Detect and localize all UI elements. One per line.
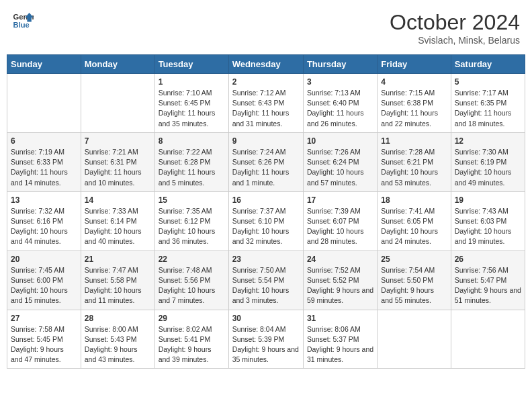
day-cell: 7Sunrise: 7:21 AM Sunset: 6:31 PM Daylig… xyxy=(81,132,154,191)
day-cell: 20Sunrise: 7:45 AM Sunset: 6:00 PM Dayli… xyxy=(7,250,81,310)
day-number: 20 xyxy=(11,255,77,264)
day-cell: 14Sunrise: 7:33 AM Sunset: 6:14 PM Dayli… xyxy=(81,191,154,250)
day-number: 19 xyxy=(455,195,521,205)
logo-icon: General Blue xyxy=(12,10,34,32)
day-info: Sunrise: 7:52 AM Sunset: 5:52 PM Dayligh… xyxy=(307,265,373,306)
day-number: 10 xyxy=(307,136,373,146)
week-row-2: 6Sunrise: 7:19 AM Sunset: 6:33 PM Daylig… xyxy=(7,132,525,191)
day-cell: 1Sunrise: 7:10 AM Sunset: 6:45 PM Daylig… xyxy=(154,74,228,133)
day-number: 31 xyxy=(307,314,373,323)
week-row-1: 1Sunrise: 7:10 AM Sunset: 6:45 PM Daylig… xyxy=(7,74,525,133)
day-number: 9 xyxy=(232,136,300,146)
day-info: Sunrise: 7:35 AM Sunset: 6:12 PM Dayligh… xyxy=(159,206,225,247)
day-cell: 29Sunrise: 8:02 AM Sunset: 5:41 PM Dayli… xyxy=(154,310,228,369)
day-number: 6 xyxy=(11,136,77,146)
day-info: Sunrise: 7:24 AM Sunset: 6:26 PM Dayligh… xyxy=(232,147,300,188)
week-row-3: 13Sunrise: 7:32 AM Sunset: 6:16 PM Dayli… xyxy=(7,191,525,250)
day-number: 18 xyxy=(381,195,447,205)
day-number: 1 xyxy=(159,77,225,87)
day-info: Sunrise: 7:39 AM Sunset: 6:07 PM Dayligh… xyxy=(307,206,373,247)
day-cell xyxy=(81,74,154,133)
day-cell: 18Sunrise: 7:41 AM Sunset: 6:05 PM Dayli… xyxy=(378,191,451,250)
day-info: Sunrise: 7:10 AM Sunset: 6:45 PM Dayligh… xyxy=(159,88,225,129)
week-row-5: 27Sunrise: 7:58 AM Sunset: 5:45 PM Dayli… xyxy=(7,310,525,369)
day-number: 7 xyxy=(85,136,151,146)
day-info: Sunrise: 7:37 AM Sunset: 6:10 PM Dayligh… xyxy=(232,206,300,247)
day-info: Sunrise: 7:30 AM Sunset: 6:19 PM Dayligh… xyxy=(455,147,521,188)
day-info: Sunrise: 7:15 AM Sunset: 6:38 PM Dayligh… xyxy=(381,88,447,129)
day-number: 17 xyxy=(307,195,373,205)
day-cell: 9Sunrise: 7:24 AM Sunset: 6:26 PM Daylig… xyxy=(228,132,303,191)
day-cell: 26Sunrise: 7:56 AM Sunset: 5:47 PM Dayli… xyxy=(451,250,525,310)
day-info: Sunrise: 7:17 AM Sunset: 6:35 PM Dayligh… xyxy=(455,88,521,129)
day-number: 29 xyxy=(159,314,225,323)
day-cell: 4Sunrise: 7:15 AM Sunset: 6:38 PM Daylig… xyxy=(378,74,451,133)
weekday-header-saturday: Saturday xyxy=(451,55,525,74)
day-cell: 8Sunrise: 7:22 AM Sunset: 6:28 PM Daylig… xyxy=(154,132,228,191)
day-info: Sunrise: 7:32 AM Sunset: 6:16 PM Dayligh… xyxy=(11,206,77,247)
day-cell: 19Sunrise: 7:43 AM Sunset: 6:03 PM Dayli… xyxy=(451,191,525,250)
day-cell: 12Sunrise: 7:30 AM Sunset: 6:19 PM Dayli… xyxy=(451,132,525,191)
day-cell: 15Sunrise: 7:35 AM Sunset: 6:12 PM Dayli… xyxy=(154,191,228,250)
day-number: 23 xyxy=(232,255,300,264)
day-number: 16 xyxy=(232,195,300,205)
day-cell: 10Sunrise: 7:26 AM Sunset: 6:24 PM Dayli… xyxy=(303,132,377,191)
day-cell: 24Sunrise: 7:52 AM Sunset: 5:52 PM Dayli… xyxy=(303,250,377,310)
day-number: 22 xyxy=(159,255,225,264)
day-cell: 25Sunrise: 7:54 AM Sunset: 5:50 PM Dayli… xyxy=(378,250,451,310)
day-number: 14 xyxy=(85,195,151,205)
day-number: 24 xyxy=(307,255,373,264)
weekday-header-wednesday: Wednesday xyxy=(228,55,303,74)
day-cell: 21Sunrise: 7:47 AM Sunset: 5:58 PM Dayli… xyxy=(81,250,154,310)
day-number: 28 xyxy=(85,314,151,323)
day-info: Sunrise: 7:48 AM Sunset: 5:56 PM Dayligh… xyxy=(159,265,225,306)
day-info: Sunrise: 7:13 AM Sunset: 6:40 PM Dayligh… xyxy=(307,88,373,129)
day-cell xyxy=(7,74,81,133)
svg-text:Blue: Blue xyxy=(13,21,30,29)
day-cell: 30Sunrise: 8:04 AM Sunset: 5:39 PM Dayli… xyxy=(228,310,303,369)
month-title: October 2024 xyxy=(390,10,520,35)
day-number: 5 xyxy=(455,77,521,87)
day-cell: 27Sunrise: 7:58 AM Sunset: 5:45 PM Dayli… xyxy=(7,310,81,369)
weekday-header-sunday: Sunday xyxy=(7,55,81,74)
day-cell xyxy=(451,310,525,369)
day-info: Sunrise: 7:26 AM Sunset: 6:24 PM Dayligh… xyxy=(307,147,373,188)
day-number: 3 xyxy=(307,77,373,87)
day-info: Sunrise: 7:43 AM Sunset: 6:03 PM Dayligh… xyxy=(455,206,521,247)
day-cell: 2Sunrise: 7:12 AM Sunset: 6:43 PM Daylig… xyxy=(228,74,303,133)
day-number: 12 xyxy=(455,136,521,146)
day-cell: 11Sunrise: 7:28 AM Sunset: 6:21 PM Dayli… xyxy=(378,132,451,191)
day-cell: 31Sunrise: 8:06 AM Sunset: 5:37 PM Dayli… xyxy=(303,310,377,369)
day-info: Sunrise: 7:45 AM Sunset: 6:00 PM Dayligh… xyxy=(11,265,77,306)
day-info: Sunrise: 7:54 AM Sunset: 5:50 PM Dayligh… xyxy=(381,265,447,306)
day-info: Sunrise: 7:33 AM Sunset: 6:14 PM Dayligh… xyxy=(85,206,151,247)
day-cell: 17Sunrise: 7:39 AM Sunset: 6:07 PM Dayli… xyxy=(303,191,377,250)
day-number: 27 xyxy=(11,314,77,323)
day-info: Sunrise: 7:47 AM Sunset: 5:58 PM Dayligh… xyxy=(85,265,151,306)
calendar-table: SundayMondayTuesdayWednesdayThursdayFrid… xyxy=(7,54,525,369)
title-block: October 2024 Svislach, Minsk, Belarus xyxy=(390,10,520,46)
day-number: 13 xyxy=(11,195,77,205)
day-cell: 22Sunrise: 7:48 AM Sunset: 5:56 PM Dayli… xyxy=(154,250,228,310)
weekday-header-friday: Friday xyxy=(378,55,451,74)
day-number: 21 xyxy=(85,255,151,264)
day-number: 4 xyxy=(381,77,447,87)
day-number: 26 xyxy=(455,255,521,264)
logo: General Blue xyxy=(12,10,34,32)
day-number: 30 xyxy=(232,314,300,323)
day-info: Sunrise: 7:58 AM Sunset: 5:45 PM Dayligh… xyxy=(11,324,77,365)
day-info: Sunrise: 8:00 AM Sunset: 5:43 PM Dayligh… xyxy=(85,324,151,365)
day-info: Sunrise: 7:19 AM Sunset: 6:33 PM Dayligh… xyxy=(11,147,77,188)
day-info: Sunrise: 7:22 AM Sunset: 6:28 PM Dayligh… xyxy=(159,147,225,188)
day-info: Sunrise: 8:04 AM Sunset: 5:39 PM Dayligh… xyxy=(232,324,300,365)
day-cell: 13Sunrise: 7:32 AM Sunset: 6:16 PM Dayli… xyxy=(7,191,81,250)
day-cell: 28Sunrise: 8:00 AM Sunset: 5:43 PM Dayli… xyxy=(81,310,154,369)
day-cell: 16Sunrise: 7:37 AM Sunset: 6:10 PM Dayli… xyxy=(228,191,303,250)
day-number: 11 xyxy=(381,136,447,146)
day-info: Sunrise: 7:50 AM Sunset: 5:54 PM Dayligh… xyxy=(232,265,300,306)
day-cell: 5Sunrise: 7:17 AM Sunset: 6:35 PM Daylig… xyxy=(451,74,525,133)
day-info: Sunrise: 7:12 AM Sunset: 6:43 PM Dayligh… xyxy=(232,88,300,129)
day-cell xyxy=(378,310,451,369)
day-cell: 6Sunrise: 7:19 AM Sunset: 6:33 PM Daylig… xyxy=(7,132,81,191)
day-info: Sunrise: 7:41 AM Sunset: 6:05 PM Dayligh… xyxy=(381,206,447,247)
